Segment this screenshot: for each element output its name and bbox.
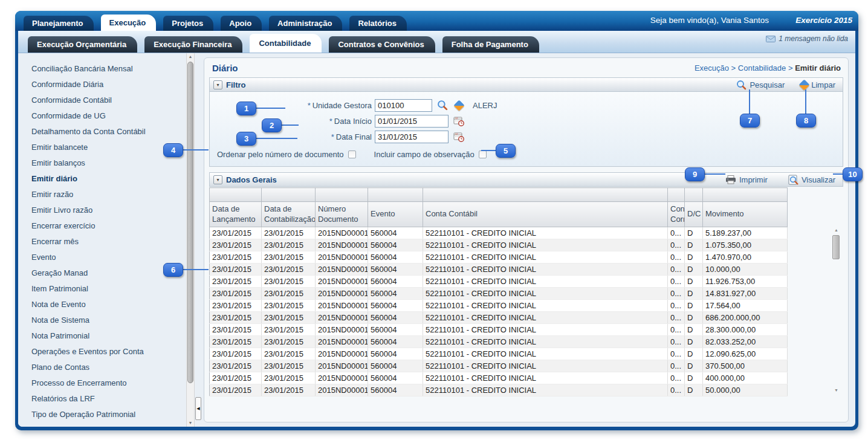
primary-nav-tab[interactable]: Relatórios xyxy=(349,16,407,31)
sidebar-item[interactable]: Conformidade Contábil xyxy=(18,92,186,108)
table-row[interactable]: 23/01/2015 23/01/2015 2015ND00001 560004… xyxy=(210,288,788,300)
required-mark: * xyxy=(331,132,334,141)
scroll-up-icon[interactable]: ▲ xyxy=(187,53,194,60)
sidebar-item[interactable]: Encerrar exercício xyxy=(18,218,186,234)
secondary-nav-tab[interactable]: Contabilidade xyxy=(250,34,322,53)
ug-clear-diamond-icon[interactable] xyxy=(453,100,464,111)
cell-data-contabilizacao: 23/01/2015 xyxy=(262,227,316,239)
table-row[interactable]: 23/01/2015 23/01/2015 2015ND00001 560004… xyxy=(210,276,788,288)
collapse-section-icon[interactable]: ▾ xyxy=(213,175,222,184)
ug-description: ALERJ xyxy=(473,101,497,110)
print-button[interactable]: Imprimir xyxy=(725,175,768,184)
table-column-header[interactable]: Cont Corr xyxy=(668,202,685,227)
table-column-header[interactable]: Número Documento xyxy=(316,202,368,227)
table-row[interactable]: 23/01/2015 23/01/2015 2015ND00001 560004… xyxy=(210,384,788,396)
sidebar-item[interactable]: Tipo de Retenção xyxy=(18,422,186,427)
primary-nav-tab[interactable]: Apoio xyxy=(221,16,262,31)
table-row[interactable]: 23/01/2015 23/01/2015 2015ND00001 560004… xyxy=(210,251,788,264)
cell-dc: D xyxy=(685,288,703,300)
include-observation-checkbox[interactable] xyxy=(479,150,487,158)
sidebar-item[interactable]: Relatórios da LRF xyxy=(18,391,186,407)
cell-conta-contabil: 522110101 - CREDITO INICIAL xyxy=(423,239,668,251)
sidebar-item[interactable]: Operações e Eventos por Conta xyxy=(18,344,186,360)
scroll-down-icon[interactable]: ▼ xyxy=(187,419,194,427)
cell-dc: D xyxy=(685,239,703,251)
secondary-nav-tab[interactable]: Execução Financeira xyxy=(144,36,242,53)
ug-input[interactable] xyxy=(375,99,432,112)
sidebar-item[interactable]: Plano de Contas xyxy=(18,360,186,375)
cell-movimento: 400.000,00 xyxy=(703,372,788,384)
table-row[interactable]: 23/01/2015 23/01/2015 2015ND00001 560004… xyxy=(210,312,788,324)
table-row[interactable]: 23/01/2015 23/01/2015 2015ND00001 560004… xyxy=(210,324,788,336)
cell-dc: D xyxy=(685,324,703,336)
sidebar-item[interactable]: Item Patrimonial xyxy=(18,281,186,297)
sidebar-item[interactable]: Nota de Evento xyxy=(18,297,186,312)
sidebar-collapse-handle[interactable]: ◀ xyxy=(195,397,201,420)
sidebar-item[interactable]: Emitir diário xyxy=(18,171,186,187)
calendar-clock-icon[interactable]: 12 xyxy=(453,131,464,142)
sidebar-item[interactable]: Tipo de Operação Patrimonial xyxy=(18,407,186,422)
end-date-input[interactable] xyxy=(375,131,449,143)
scroll-up-icon[interactable]: ▲ xyxy=(832,227,841,234)
table-row[interactable]: 23/01/2015 23/01/2015 2015ND00001 560004… xyxy=(210,348,788,360)
sidebar-item[interactable]: Geração Manad xyxy=(18,265,186,281)
clear-button[interactable]: Limpar xyxy=(800,80,835,89)
secondary-nav-tab[interactable]: Execução Orçamentária xyxy=(28,36,137,53)
table-row[interactable]: 23/01/2015 23/01/2015 2015ND00001 560004… xyxy=(210,300,788,312)
breadcrumb-link[interactable]: Contabilidade xyxy=(738,63,786,73)
sidebar-item[interactable]: Conformidade de UG xyxy=(18,108,186,124)
sidebar-item[interactable]: Emitir balancete xyxy=(18,140,186,155)
cell-conta-contabil: 522110101 - CREDITO INICIAL xyxy=(423,227,668,239)
secondary-nav-tab[interactable]: Folha de Pagamento xyxy=(442,36,539,53)
sidebar-scrollbar[interactable]: ▲ ▼ xyxy=(186,53,195,427)
scroll-down-icon[interactable]: ▼ xyxy=(832,387,841,394)
table-scrollbar[interactable]: ▲ ▼ xyxy=(832,227,841,394)
table-column-header[interactable]: Data de Contabilização xyxy=(262,202,316,227)
table-column-header[interactable]: Evento xyxy=(368,202,423,227)
sidebar-item[interactable]: Evento xyxy=(18,250,186,265)
calendar-clock-icon[interactable]: 12 xyxy=(453,115,464,126)
table-row[interactable]: 23/01/2015 23/01/2015 2015ND00001 560004… xyxy=(210,227,788,239)
cell-conta-corrente: 0... xyxy=(668,384,685,396)
cell-numero-documento: 2015ND00001 xyxy=(316,276,368,288)
ug-search-icon[interactable] xyxy=(437,100,448,111)
collapse-section-icon[interactable]: ▾ xyxy=(213,80,222,89)
primary-nav-tab[interactable]: Projetos xyxy=(163,16,213,31)
table-row[interactable]: 23/01/2015 23/01/2015 2015ND00001 560004… xyxy=(210,360,788,372)
table-group-cell xyxy=(368,188,423,202)
table-row[interactable]: 23/01/2015 23/01/2015 2015ND00001 560004… xyxy=(210,336,788,348)
sidebar-scrollbar-thumb[interactable] xyxy=(187,62,193,383)
sidebar-item[interactable]: Nota de Sistema xyxy=(18,312,186,328)
cell-conta-corrente: 0... xyxy=(668,264,685,276)
sidebar-item[interactable]: Detalhamento da Conta Contábil xyxy=(18,124,186,140)
primary-nav-tab[interactable]: Planejamento xyxy=(24,16,94,31)
order-by-doc-checkbox[interactable] xyxy=(348,150,356,158)
sidebar-item[interactable]: Processo de Encerramento xyxy=(18,375,186,391)
table-column-header[interactable]: Movimento xyxy=(703,202,788,227)
sidebar-item[interactable]: Conciliação Bancária Mensal xyxy=(18,61,186,77)
view-button[interactable]: Visualizar xyxy=(788,175,835,185)
cell-data-contabilizacao: 23/01/2015 xyxy=(262,372,316,384)
primary-nav-tab[interactable]: Execução xyxy=(101,15,157,31)
secondary-nav-tab[interactable]: Contratos e Convênios xyxy=(329,36,435,53)
sidebar-item[interactable]: Conformidade Diária xyxy=(18,77,186,92)
sidebar-item[interactable]: Encerrar mês xyxy=(18,234,186,250)
table-column-header[interactable]: Conta Contábil xyxy=(423,202,668,227)
breadcrumb-link[interactable]: Execução xyxy=(695,63,729,73)
table-column-header[interactable]: Data de Lançamento xyxy=(210,202,262,227)
table-row[interactable]: 23/01/2015 23/01/2015 2015ND00001 560004… xyxy=(210,372,788,384)
required-mark: * xyxy=(329,117,332,126)
table-scrollbar-thumb[interactable] xyxy=(832,235,840,259)
table-row[interactable]: 23/01/2015 23/01/2015 2015ND00001 560004… xyxy=(210,264,788,276)
sidebar-item[interactable]: Emitir Livro razão xyxy=(18,202,186,218)
cell-data-contabilizacao: 23/01/2015 xyxy=(262,324,316,336)
message-notice[interactable]: 1 mensagem não lida xyxy=(766,34,848,43)
table-column-header[interactable]: D/C xyxy=(685,202,703,227)
table-row[interactable]: 23/01/2015 23/01/2015 2015ND00001 560004… xyxy=(210,239,788,251)
start-date-input[interactable] xyxy=(375,115,449,128)
sidebar-item[interactable]: Emitir balanços xyxy=(18,155,186,171)
sidebar-item[interactable]: Emitir razão xyxy=(18,187,186,202)
primary-nav-tab[interactable]: Administração xyxy=(269,16,342,31)
sidebar-item[interactable]: Nota Patrimonial xyxy=(18,328,186,344)
search-button[interactable]: Pesquisar xyxy=(736,80,785,90)
